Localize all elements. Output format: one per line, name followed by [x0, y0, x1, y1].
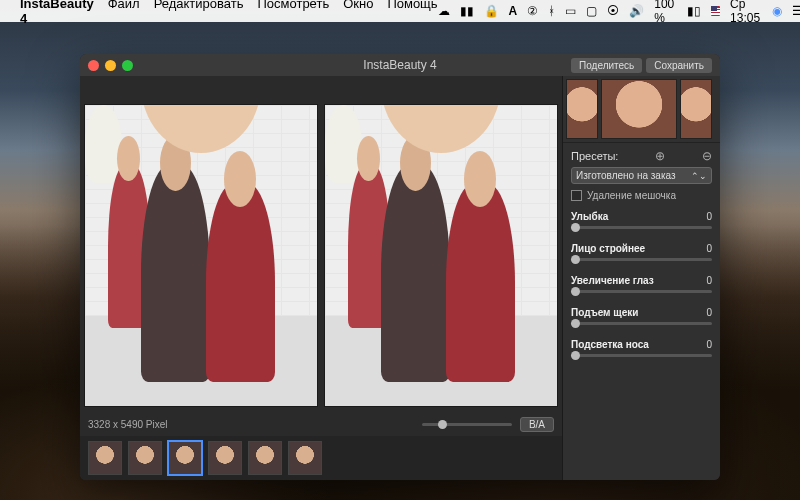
- remove-bags-checkbox[interactable]: Удаление мешочка: [571, 190, 712, 201]
- preset-select[interactable]: Изготовлено на заказ ⌃⌄: [571, 167, 712, 184]
- slider-value: 0: [706, 275, 712, 286]
- slider-value: 0: [706, 307, 712, 318]
- slider-подсветка-носа: Подсветка носа0: [563, 335, 720, 367]
- menu-extra-icon[interactable]: ▮▮: [460, 4, 474, 18]
- slider-label: Увеличение глаз: [571, 275, 654, 286]
- photo-after: [324, 104, 558, 407]
- preset-remove-icon[interactable]: ⊖: [702, 149, 712, 163]
- menu-extra-adobe-icon[interactable]: A: [509, 4, 518, 18]
- checkbox-box-icon: [571, 190, 582, 201]
- photo-before: [84, 104, 318, 407]
- zoom-slider[interactable]: [422, 423, 512, 426]
- slider-track[interactable]: [571, 290, 712, 293]
- siri-icon[interactable]: ◉: [772, 4, 782, 18]
- slider-value: 0: [706, 243, 712, 254]
- menubar-item-help[interactable]: Помощь: [387, 0, 437, 26]
- battery-percent[interactable]: 100 %: [654, 0, 677, 25]
- menu-extra-lock-icon[interactable]: 🔒: [484, 4, 499, 18]
- image-dimensions: 3328 x 5490 Pixel: [88, 419, 168, 430]
- right-sidebar: Пресеты: ⊕ ⊖ Изготовлено на заказ ⌃⌄ Уда…: [562, 76, 720, 480]
- slider-value: 0: [706, 339, 712, 350]
- volume-icon[interactable]: 🔊: [629, 4, 644, 18]
- slider-value: 0: [706, 211, 712, 222]
- slider-label: Подъем щеки: [571, 307, 638, 318]
- notification-center-icon[interactable]: ☰: [792, 4, 800, 18]
- preset-add-icon[interactable]: ⊕: [655, 149, 665, 163]
- menubar-item-window[interactable]: Окно: [343, 0, 373, 26]
- menu-extra-icon[interactable]: ②: [527, 4, 538, 18]
- menubar-item-edit[interactable]: Редактировать: [154, 0, 244, 26]
- bluetooth-icon[interactable]: ᚼ: [548, 4, 555, 18]
- detected-faces-strip: [563, 76, 720, 142]
- battery-icon[interactable]: ▮▯: [687, 4, 701, 18]
- input-source-flag-icon[interactable]: [711, 6, 720, 16]
- menu-extra-icon[interactable]: ▭: [565, 4, 576, 18]
- preset-selected-value: Изготовлено на заказ: [576, 170, 676, 181]
- menubar-clock[interactable]: Ср 13:05: [730, 0, 762, 25]
- slider-track[interactable]: [571, 322, 712, 325]
- presets-label: Пресеты:: [571, 150, 618, 162]
- app-window: InstaBeauty 4 Поделитесь Сохранить: [80, 54, 720, 480]
- thumbnail[interactable]: [248, 441, 282, 475]
- slider-track[interactable]: [571, 354, 712, 357]
- menu-extra-icon[interactable]: ☁: [438, 4, 450, 18]
- thumbnail[interactable]: [88, 441, 122, 475]
- thumbnail[interactable]: [128, 441, 162, 475]
- slider-подъем-щеки: Подъем щеки0: [563, 303, 720, 335]
- thumbnail[interactable]: [208, 441, 242, 475]
- slider-label: Подсветка носа: [571, 339, 649, 350]
- remove-bags-label: Удаление мешочка: [587, 190, 676, 201]
- before-after-toggle[interactable]: B/A: [520, 417, 554, 432]
- menubar-app-name[interactable]: InstaBeauty 4: [20, 0, 94, 26]
- face-thumb[interactable]: [680, 79, 712, 139]
- slider-track[interactable]: [571, 226, 712, 229]
- window-titlebar[interactable]: InstaBeauty 4 Поделитесь Сохранить: [80, 54, 720, 76]
- face-thumb-selected[interactable]: [601, 79, 677, 139]
- main-panel: 3328 x 5490 Pixel B/A: [80, 76, 562, 480]
- thumbnail[interactable]: [168, 441, 202, 475]
- slider-label: Улыбка: [571, 211, 608, 222]
- slider-label: Лицо стройнее: [571, 243, 645, 254]
- share-button[interactable]: Поделитесь: [571, 58, 642, 73]
- display-icon[interactable]: ▢: [586, 4, 597, 18]
- slider-увеличение-глаз: Увеличение глаз0: [563, 271, 720, 303]
- face-thumb[interactable]: [566, 79, 598, 139]
- chevron-updown-icon: ⌃⌄: [691, 171, 707, 181]
- save-button[interactable]: Сохранить: [646, 58, 712, 73]
- menubar-item-view[interactable]: Посмотреть: [257, 0, 329, 26]
- slider-лицо-стройнее: Лицо стройнее0: [563, 239, 720, 271]
- slider-улыбка: Улыбка0: [563, 207, 720, 239]
- before-after-canvas[interactable]: [80, 76, 562, 413]
- thumbnail[interactable]: [288, 441, 322, 475]
- wifi-icon[interactable]: ⦿: [607, 4, 619, 18]
- menubar-item-file[interactable]: Файл: [108, 0, 140, 26]
- thumbnail-strip: [80, 436, 562, 480]
- macos-menubar: InstaBeauty 4 Файл Редактировать Посмотр…: [0, 0, 800, 22]
- slider-track[interactable]: [571, 258, 712, 261]
